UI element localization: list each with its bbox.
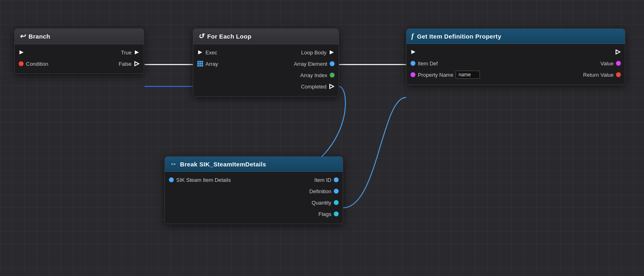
foreach-completed-right: Completed (301, 84, 335, 90)
foreach-arrayindex-row: Array Index (193, 69, 339, 81)
branch-condition-label: Condition (26, 61, 48, 67)
foreach-arrayelement-label: Array Element (294, 61, 327, 67)
node-break-body: SIK Steam Item Details Item ID Definitio… (165, 172, 343, 224)
break-icon: ↔ (170, 160, 177, 168)
break-quantity-pin[interactable] (334, 200, 339, 205)
node-foreach-body: Exec Loop Body Array Array Element (193, 44, 339, 96)
foreach-arrayindex-pin[interactable] (330, 73, 335, 78)
break-flags-right: Flags (318, 211, 339, 217)
getitem-returnvalue-pin[interactable] (616, 72, 621, 77)
getitem-returnvalue-right: Return Value (583, 72, 621, 78)
node-getitem-body: Item Def Value Property Name Return Valu… (406, 44, 625, 84)
node-branch: ↩ Branch True Condition F (14, 28, 144, 74)
foreach-exec-label: Exec (205, 50, 217, 56)
node-break-title: Break SIK_SteamItemDetails (180, 161, 266, 168)
node-getitem: f Get Item Definition Property Item Def (406, 28, 625, 85)
foreach-loopbody-pin[interactable] (329, 50, 335, 55)
foreach-exec-in-pin[interactable] (197, 50, 203, 55)
break-flags-label: Flags (318, 211, 331, 217)
getitem-propname-input[interactable] (456, 71, 480, 79)
getitem-value-right: Value (601, 60, 621, 67)
break-itemid-label: Item ID (314, 177, 331, 183)
break-flags-pin[interactable] (334, 211, 339, 216)
break-definition-pin[interactable] (334, 189, 339, 194)
getitem-propname-pin[interactable] (411, 72, 415, 77)
branch-false-pin[interactable] (134, 61, 140, 67)
break-definition-label: Definition (309, 188, 331, 194)
branch-exec-in-pin[interactable] (19, 50, 24, 55)
break-definition-row: Definition (165, 185, 343, 197)
foreach-completed-row: Completed (193, 81, 339, 92)
foreach-arrayindex-right: Array Index (300, 72, 335, 78)
getitem-propname-label: Property Name (418, 72, 453, 78)
foreach-arrayindex-label: Array Index (300, 72, 327, 78)
branch-icon: ↩ (19, 32, 25, 41)
getitem-exec-out-pin[interactable] (615, 49, 621, 55)
getitem-exec-out-right (615, 49, 621, 55)
branch-condition-row: Condition False (15, 58, 144, 69)
foreach-completed-label: Completed (301, 84, 326, 90)
branch-condition-left: Condition (19, 61, 48, 67)
break-details-row: SIK Steam Item Details Item ID (165, 174, 343, 185)
branch-true-right: True (121, 50, 140, 56)
branch-false-right: False (119, 61, 140, 67)
getitem-value-pin[interactable] (616, 61, 621, 66)
foreach-array-pin[interactable] (197, 61, 203, 67)
branch-true-label: True (121, 50, 132, 56)
break-details-left: SIK Steam Item Details (169, 177, 231, 183)
break-definition-right: Definition (309, 188, 339, 194)
foreach-array-label: Array (205, 61, 218, 67)
getitem-exec-left (411, 49, 416, 55)
branch-exec-left (19, 50, 24, 55)
node-getitem-header: f Get Item Definition Property (406, 29, 625, 44)
branch-condition-pin[interactable] (19, 61, 24, 66)
branch-exec-row: True (15, 47, 144, 58)
foreach-loopbody-right: Loop Body (301, 50, 335, 56)
foreach-array-row: Array Array Element (193, 58, 339, 69)
break-quantity-label: Quantity (312, 200, 331, 206)
getitem-propname-row: Property Name Return Value (406, 69, 625, 80)
foreach-exec-left: Exec (197, 50, 217, 56)
break-quantity-right: Quantity (312, 200, 339, 206)
foreach-icon: ↺ (198, 32, 204, 41)
node-foreach-header: ↺ For Each Loop (193, 29, 339, 44)
foreach-loopbody-label: Loop Body (301, 50, 326, 56)
getitem-value-label: Value (601, 60, 614, 67)
break-quantity-row: Quantity (165, 197, 343, 208)
node-getitem-title: Get Item Definition Property (417, 33, 501, 40)
node-foreach-title: For Each Loop (207, 33, 251, 40)
foreach-arrayelement-right: Array Element (294, 61, 335, 67)
break-itemid-pin[interactable] (334, 177, 339, 182)
node-break-header: ↔ Break SIK_SteamItemDetails (165, 157, 343, 172)
foreach-arrayelement-pin[interactable] (330, 61, 335, 66)
node-branch-header: ↩ Branch (15, 29, 144, 44)
foreach-array-left: Array (197, 61, 218, 67)
break-flags-row: Flags (165, 208, 343, 220)
branch-true-pin[interactable] (134, 50, 140, 55)
break-details-label: SIK Steam Item Details (176, 177, 231, 183)
node-branch-title: Branch (28, 33, 50, 40)
node-foreach: ↺ For Each Loop Exec Loop Body (193, 28, 339, 97)
branch-false-label: False (119, 61, 132, 67)
break-itemid-right: Item ID (314, 177, 339, 183)
foreach-completed-pin[interactable] (329, 84, 335, 89)
getitem-icon: f (411, 32, 414, 40)
getitem-returnvalue-label: Return Value (583, 72, 614, 78)
node-break: ↔ Break SIK_SteamItemDetails SIK Steam I… (164, 156, 343, 224)
getitem-itemdef-label: Item Def (418, 60, 438, 67)
break-details-pin[interactable] (169, 177, 174, 182)
getitem-exec-in-pin[interactable] (411, 49, 416, 55)
getitem-itemdef-row: Item Def Value (406, 58, 625, 69)
getitem-itemdef-pin[interactable] (411, 61, 415, 66)
getitem-exec-row (406, 46, 625, 58)
foreach-exec-row: Exec Loop Body (193, 47, 339, 58)
getitem-propname-left: Property Name (411, 71, 480, 79)
getitem-itemdef-left: Item Def (411, 60, 438, 67)
node-branch-body: True Condition False (15, 44, 144, 73)
